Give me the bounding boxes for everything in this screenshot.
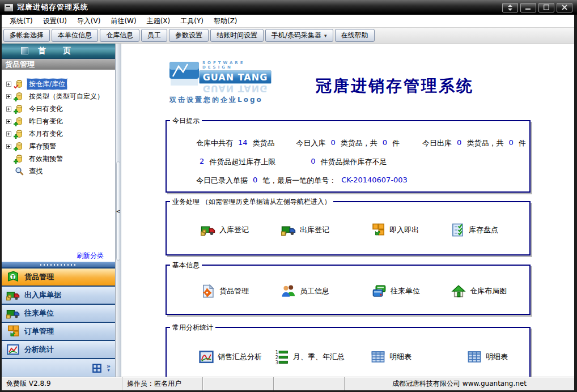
title-bar: 冠唐进销存管理系统 <box>0 0 577 15</box>
refresh-row: 刷新分类 <box>2 249 111 262</box>
sidebar-item-partners[interactable]: 往来单位 <box>2 305 115 322</box>
grid-view-icon[interactable] <box>92 363 102 373</box>
more-buttons-chevron[interactable]: » ▾ <box>107 364 111 372</box>
today-tips-panel: 今日提示 仓库中共有 14 类货品 今日入库 0 类货品，共 0 件 <box>166 120 531 193</box>
expand-plus-icon[interactable] <box>6 106 11 112</box>
sidebar-item-analysis[interactable]: 分析统计 <box>2 341 115 358</box>
sidebar-nav: 货品管理 出入库单据 往来单位 订单管理 分析统计 <box>2 267 115 377</box>
inbound-register-shortcut[interactable]: 入库登记 <box>201 223 249 237</box>
detail-table-shortcut-2[interactable]: 明细表 <box>467 350 508 364</box>
document-gear-icon <box>201 284 215 299</box>
horizontal-splitter[interactable] <box>2 262 115 267</box>
sidebar-item-order-management[interactable]: 订单管理 <box>2 323 115 340</box>
goods-category-icon <box>15 104 24 113</box>
logo-reflection: GUAN TANG <box>199 84 271 94</box>
vertical-splitter[interactable]: < <box>115 44 121 377</box>
checklist-icon <box>450 223 465 237</box>
online-help-button[interactable]: 在线帮助 <box>335 29 375 42</box>
menu-bar: 系统(T) 设置(U) 导入(V) 前往(W) 主题(X) 工具(Y) 帮助(Z… <box>2 15 574 28</box>
expand-plus-icon[interactable] <box>6 144 11 149</box>
rollup-button[interactable] <box>502 3 518 12</box>
tree-item-by-type[interactable]: 按类型（类型可自定义） <box>2 90 111 103</box>
warehouse-info-button[interactable]: 仓库信息 <box>100 29 139 42</box>
status-section-empty-1 <box>203 377 274 390</box>
menu-goto[interactable]: 前往(W) <box>105 15 141 28</box>
close-button[interactable] <box>557 3 572 12</box>
expand-plus-icon[interactable] <box>6 82 11 87</box>
menu-theme[interactable]: 主题(X) <box>142 15 176 28</box>
goods-category-icon <box>15 154 24 163</box>
parameter-settings-button[interactable]: 参数设置 <box>169 29 209 42</box>
outbound-register-shortcut[interactable]: 出库登记 <box>281 223 329 237</box>
minimize-button[interactable] <box>520 3 536 12</box>
nav-bottom-bar: » ▾ <box>2 359 115 377</box>
tree-item-by-warehouse[interactable]: 按仓库/库位 <box>2 78 111 90</box>
collapse-arrow-icon: < <box>116 208 121 214</box>
partners-shortcut[interactable]: 往来单位 <box>372 284 420 299</box>
tree-item-label: 库存预警 <box>27 141 58 152</box>
expand-plus-icon[interactable] <box>6 94 11 99</box>
home-tab-icon <box>21 47 28 54</box>
business-panel: 业务处理 （如需管理历史单据请从左侧导航栏进入） 入库登记 出库登记 即入即出 … <box>166 201 531 255</box>
sidebar-item-goods[interactable]: 货品管理 <box>2 269 115 286</box>
home-tab[interactable]: 首页 <box>2 44 115 58</box>
tree-item-changed-yesterday[interactable]: 昨日有变化 <box>2 115 111 127</box>
multi-account-button[interactable]: 多帐套选择 <box>3 29 50 42</box>
tree-item-expiry-warning[interactable]: 有效期预警 <box>2 152 111 165</box>
sidebar-item-inout-orders[interactable]: 出入库单据 <box>2 287 115 304</box>
status-section-empty-2 <box>274 377 345 390</box>
company-logo[interactable]: SOFTWARE DESIGN GUAN TANG GUAN TANG 双击设置… <box>169 59 271 105</box>
outbound-item-count: 0 <box>508 138 513 148</box>
search-icon <box>15 167 24 176</box>
tree-item-label: 昨日有变化 <box>27 116 65 127</box>
expand-plus-icon[interactable] <box>6 131 11 137</box>
tree-item-stock-warning[interactable]: 库存预警 <box>2 140 111 152</box>
tree-item-search[interactable]: 查找 <box>2 165 111 177</box>
outbound-type-count: 0 <box>457 138 461 148</box>
maximize-button[interactable] <box>538 3 554 12</box>
operator-label: 操作员：匿名用户 <box>122 377 203 390</box>
tree-item-changed-month[interactable]: 本月有变化 <box>2 127 111 140</box>
rollup-icon <box>507 5 513 11</box>
goods-category-icon <box>15 117 24 126</box>
barcode-collector-button[interactable]: 手机/条码采集器 ▾ <box>265 29 333 42</box>
main-area: SOFTWARE DESIGN GUAN TANG GUAN TANG 双击设置… <box>121 44 574 377</box>
period-summary-shortcut[interactable]: 月、季、年汇总 <box>274 350 345 364</box>
sales-summary-shortcut[interactable]: 销售汇总分析 <box>199 350 262 364</box>
table-icon <box>467 350 482 364</box>
menu-import[interactable]: 导入(V) <box>72 15 106 28</box>
tree-panel-header: 货品管理 <box>2 58 115 70</box>
stocktake-shortcut[interactable]: 库存盘点 <box>450 223 498 237</box>
status-bar: 免费版 V2.8.9 操作员：匿名用户 成都冠唐科技有限公司 www.guant… <box>2 377 574 390</box>
company-info-button[interactable]: 本单位信息 <box>52 29 98 42</box>
closing-time-button[interactable]: 结账时间设置 <box>210 29 264 42</box>
table-icon <box>371 350 385 364</box>
tree-item-changed-today[interactable]: 今日有变化 <box>2 103 111 115</box>
menu-tools[interactable]: 工具(Y) <box>175 15 209 28</box>
menu-system[interactable]: 系统(T) <box>5 15 38 28</box>
splitter-collapse-handle[interactable]: < <box>116 161 120 261</box>
sidebar: 首页 货品管理 按仓库/库位 <box>2 44 115 377</box>
nav-label: 出入库单据 <box>24 290 61 300</box>
goods-category-icon <box>15 142 24 151</box>
tree-item-label: 本月有变化 <box>27 129 65 139</box>
grid-arrow-icon <box>6 325 20 338</box>
app-icon[interactable] <box>5 4 13 11</box>
cards-icon <box>372 284 387 299</box>
splitter-grip-icon <box>40 264 77 266</box>
today-line-3: 今日已录入单据 0 笔，最后一笔的单号： CK-20140607-003 <box>196 176 408 186</box>
employee-info-shortcut[interactable]: 员工信息 <box>281 284 329 299</box>
refresh-categories-link[interactable]: 刷新分类 <box>77 252 111 259</box>
over-limit-count: 2 <box>200 157 204 167</box>
maximize-icon <box>544 5 549 10</box>
warehouse-layout-shortcut[interactable]: 仓库布局图 <box>451 284 507 299</box>
toolbar: 多帐套选择 本单位信息 仓库信息 员工 参数设置 结账时间设置 手机/条码采集器… <box>2 28 574 44</box>
detail-table-shortcut-1[interactable]: 明细表 <box>371 350 411 364</box>
menu-settings[interactable]: 设置(U) <box>38 15 72 28</box>
menu-help[interactable]: 帮助(Z) <box>209 15 243 28</box>
expand-plus-icon[interactable] <box>6 119 11 124</box>
in-out-shortcut[interactable]: 即入即出 <box>371 223 419 237</box>
goods-management-shortcut[interactable]: 货品管理 <box>201 284 249 299</box>
plus-badge-icon <box>14 97 18 101</box>
employee-button[interactable]: 员工 <box>141 29 167 42</box>
